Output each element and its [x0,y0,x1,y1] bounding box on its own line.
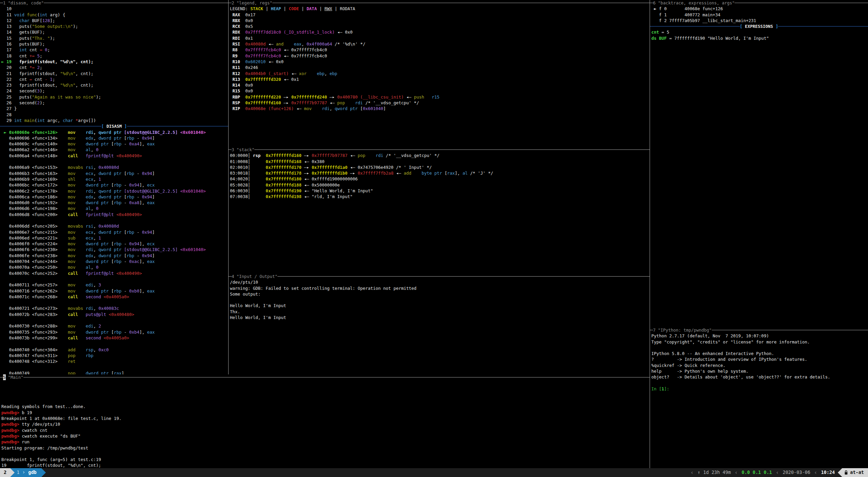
terminal-line [1,451,650,457]
pane-main-gdb[interactable]: 5"Main" Reading symbols from test...done… [0,374,650,468]
terminal-line: Some output: [230,291,650,297]
window-index: 1 [15,470,22,475]
terminal-line [1,159,228,164]
terminal-line: 0x400730 <func+288> mov edi, 2 [1,323,228,329]
terminal-line: RBP 0x7fffffffd220 —▸ 0x7fffffffd240 —▸ … [230,94,650,100]
terminal-line: Breakpoint 1, func (arg=5) at test.c:19 [1,457,650,462]
hostname-segment: at-at [842,468,868,477]
terminal-line: Breakpoint 1 at 0x40068e: file test.c, l… [1,416,650,421]
terminal-line: 0x400716 <func+262> mov dword ptr [rbp -… [1,288,228,294]
backtrace-frames: ► f 0 40068e func+126 f 1 400772 main+34… [650,6,868,23]
terminal-line: 00:0000│ rsp 0x7fffffffd160 —▸ 0x7ffff7b… [230,153,650,158]
terminal-line: 12 char BUF[128]; [1,18,228,23]
ipython-console[interactable]: Python 2.7.17 (default, Nov 7 2019, 10:0… [650,333,868,392]
terminal-line: f 1 400772 main+34 [651,12,868,18]
watch-expressions: cnt = 5ds BUF = 7fffffffd190 "Hello Worl… [650,29,868,41]
pane-border-line [272,3,650,3]
status-right: ↑1d 23h 49m 0.0 0.1 0.1 2020-03-06 10:24… [690,468,868,477]
status-clock: 10:24 [818,468,838,477]
terminal-line: help -> Python's own help system. [651,368,868,374]
pane-backtrace-expressions[interactable]: 6"backtrace, expressions, args" ► f 0 40… [650,0,868,327]
registers-listing: LEGEND: STACK | HEAP | CODE | DATA | RWX… [229,6,650,111]
window-name: gdb [25,470,41,475]
chevron-right-icon: › [22,470,25,475]
terminal-line: 0x4006f6 <func+230> mov rdi, qword ptr [… [1,247,228,252]
vertical-pane-border[interactable] [228,0,229,374]
pane-disasm-code[interactable]: 1"disasm, code" 10 11 void func(int arg)… [0,0,228,374]
pane-number: 1 [3,0,6,6]
pane-title-main: 5"Main" [0,374,650,380]
terminal-line [1,398,650,404]
pane-ipython[interactable]: 7"IPython: tmp/pwndbg" Python 2.7.17 (de… [650,327,868,468]
terminal-line: 26 second(2); [1,100,228,106]
hostname: at-at [850,470,864,475]
terminal-line: 0x4006ca <func+186> mov edx, dword ptr [… [1,194,228,200]
pane-border-line [735,3,868,3]
terminal-line: 04:0020│ 0x7fffffffd180 ◂— 0xffffd190000… [230,176,650,182]
terminal-line: 0x400749 nop dword ptr [rax] [1,370,228,374]
terminal-line: RDI 0x1 [230,35,650,41]
terminal-line: 07:0038│ 0x7fffffffd198 ◂— "rld, I'm Inp… [230,194,650,199]
terminal-line: ? -> Introduction and overview of IPytho… [651,356,868,362]
pane-border-line [277,276,650,277]
terminal-line: 22 cnt = cnt - 1; [1,76,228,82]
section-label: DISASM [106,123,122,129]
bracket-close [773,23,778,29]
pane-title-text: "disasm, code" [8,0,44,6]
pane-title-disasm-code: 1"disasm, code" [0,0,228,6]
terminal-line: 0x4006a9 <func+153> movabs rsi, 0x40080d [1,164,228,170]
terminal-line: R10 0x602010 ◂— 0x0 [230,59,650,65]
terminal-line: pwndbg> b 19 [1,410,650,416]
thin-separator-icon [734,468,739,477]
uptime-value: 1d 23h 49m [703,470,731,475]
pane-number: 4 [232,273,234,279]
tmux-terminal: 1"disasm, code" 10 11 void func(int arg)… [0,0,868,477]
terminal-line: 13 puts("Some output:\n"); [1,23,228,29]
window-tab-gdb[interactable]: 1 › gdb [10,468,41,477]
up-arrow-icon: ↑ [698,470,700,475]
pane-legend-regs[interactable]: 2"legend, regs" LEGEND: STACK | HEAP | C… [229,0,650,147]
terminal-line: 0x400696 <func+134> mov edx, dword ptr [… [1,135,228,141]
terminal-line: 0x4006f0 <func+224> mov dword ptr [rbp -… [1,241,228,247]
powerline-separator-icon [838,468,842,477]
terminal-line [651,345,868,351]
terminal-line: RCX 0x5 [230,23,650,29]
terminal-line: 0x4006a2 <func+146> mov al, 0 [1,147,228,153]
terminal-line: 16 puts(BUF); [1,41,228,47]
terminal-line: 0x4006bc <func+172> mov dword ptr [rbp -… [1,182,228,188]
powerline-separator-icon [10,468,15,477]
pane-title-text: "Main" [8,374,23,380]
terminal-line: 27 } [1,106,228,111]
tmux-status-bar: 2 1 › gdb ↑1d 23h 49m 0.0 0.1 0.1 2020-0… [0,468,868,477]
status-date: 2020-03-06 [780,468,813,477]
terminal-line: 0x400704 <func+244> mov dword ptr [rbp -… [1,259,228,264]
terminal-line: Python 2.7.17 (default, Nov 7 2019, 10:0… [651,333,868,339]
terminal-line: 0x400721 <func+273> movabs rdi, 0x40083c [1,305,228,311]
terminal-line: object? -> Details about 'object', use '… [651,374,868,380]
terminal-line: RIP 0x40068e (func+126) ◂— mov rdi, qwor… [230,106,650,111]
terminal-line: 15 puts("Thx. "); [1,35,228,41]
terminal-line: RSP 0x7fffffffd160 —▸ 0x7ffff7b97787 ◂— … [230,100,650,106]
terminal-line: In [1]: [651,386,868,392]
session-name-segment[interactable]: 2 [0,468,10,477]
thin-separator-icon [690,468,694,477]
terminal-line: 0x40073b <func+299> call second <0x4005a… [1,335,228,341]
terminal-line [1,300,228,305]
pane-border-line [650,330,653,330]
terminal-line: RSI 0x40080d ◂— and eax, 0x4f000a64 /* '… [230,41,650,47]
separator-line [778,26,868,26]
terminal-line: 17 int cnt = 0; [1,47,228,53]
pane-input-output[interactable]: 4"Input / Output" /dev/pts/10warning: GD… [229,273,650,374]
separator-line [0,126,101,126]
pane-border-line [712,330,868,330]
terminal-line [1,392,650,398]
terminal-line [230,297,650,303]
terminal-line: 0x40069c <func+140> mov dword ptr [rbp -… [1,141,228,147]
terminal-line: 0x4006dd <func+205> movabs rsi, 0x40080d [1,223,228,229]
pane-stack[interactable]: 3"stack" 00:0000│ rsp 0x7fffffffd160 —▸ … [229,147,650,273]
active-pane-number: 5 [3,374,6,380]
gdb-console[interactable]: Reading symbols from test...done.pwndbg>… [0,380,650,468]
terminal-line: f 2 7ffff7a05b97 __libc_start_main+231 [651,18,868,23]
vertical-pane-border[interactable] [650,0,650,468]
terminal-line: 0x4006b9 <func+169> shl ecx, 1 [1,176,228,182]
